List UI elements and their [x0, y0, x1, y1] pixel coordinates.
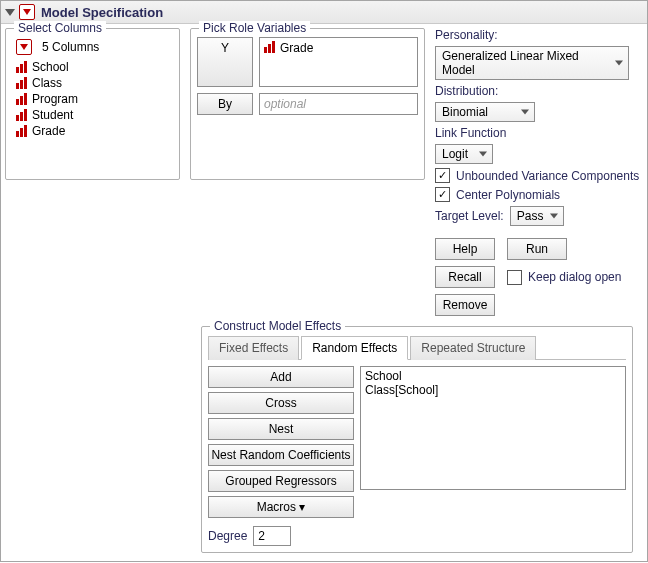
- cross-button[interactable]: Cross: [208, 392, 354, 414]
- y-button[interactable]: Y: [197, 37, 253, 87]
- nominal-icon: [16, 125, 28, 137]
- distribution-label: Distribution:: [435, 84, 643, 98]
- center-checkbox[interactable]: ✓: [435, 187, 450, 202]
- construct-tabs: Fixed Effects Random Effects Repeated St…: [208, 335, 626, 360]
- target-level-row: Target Level: Pass: [435, 206, 643, 226]
- svg-rect-11: [16, 115, 19, 121]
- svg-rect-9: [20, 96, 23, 105]
- unbounded-label: Unbounded Variance Components: [456, 169, 639, 183]
- run-button[interactable]: Run: [507, 238, 567, 260]
- grouped-regressors-button[interactable]: Grouped Regressors: [208, 470, 354, 492]
- unbounded-row: ✓ Unbounded Variance Components: [435, 168, 643, 183]
- dialog-title: Model Specification: [41, 5, 163, 20]
- link-value: Logit: [442, 147, 468, 161]
- target-level-select[interactable]: Pass: [510, 206, 564, 226]
- nest-random-coefficients-button[interactable]: Nest Random Coefficients: [208, 444, 354, 466]
- construct-group: Construct Model Effects Fixed Effects Ra…: [201, 326, 633, 553]
- macros-button[interactable]: Macros ▾: [208, 496, 354, 518]
- svg-rect-4: [24, 61, 27, 73]
- effects-list[interactable]: School Class[School]: [360, 366, 626, 490]
- personality-select[interactable]: Generalized Linear Mixed Model: [435, 46, 629, 80]
- disclosure-icon[interactable]: [5, 9, 15, 16]
- svg-marker-1: [20, 44, 28, 50]
- tab-fixed-effects[interactable]: Fixed Effects: [208, 336, 299, 360]
- select-columns-group: Select Columns 5 Columns School Class: [5, 28, 180, 180]
- by-placeholder: optional: [264, 97, 306, 111]
- recall-button[interactable]: Recall: [435, 266, 495, 288]
- column-label: School: [32, 60, 69, 74]
- link-select[interactable]: Logit: [435, 144, 493, 164]
- column-label: Program: [32, 92, 78, 106]
- column-item[interactable]: Grade: [16, 123, 169, 139]
- pick-role-group: Pick Role Variables Y Grade By optional: [190, 28, 425, 180]
- svg-rect-19: [272, 41, 275, 53]
- target-level-label: Target Level:: [435, 209, 504, 223]
- by-box[interactable]: optional: [259, 93, 418, 115]
- options-column: Personality: Generalized Linear Mixed Mo…: [435, 28, 643, 316]
- svg-rect-14: [16, 131, 19, 137]
- personality-label: Personality:: [435, 28, 643, 42]
- distribution-value: Binomial: [442, 105, 488, 119]
- nominal-icon: [16, 61, 28, 73]
- center-row: ✓ Center Polynomials: [435, 187, 643, 202]
- y-box[interactable]: Grade: [259, 37, 418, 87]
- svg-rect-17: [264, 47, 267, 53]
- target-level-value: Pass: [517, 209, 544, 223]
- svg-rect-10: [24, 93, 27, 105]
- svg-rect-12: [20, 112, 23, 121]
- personality-value: Generalized Linear Mixed Model: [442, 49, 579, 77]
- unbounded-checkbox[interactable]: ✓: [435, 168, 450, 183]
- distribution-select[interactable]: Binomial: [435, 102, 535, 122]
- keep-open-checkbox[interactable]: [507, 270, 522, 285]
- help-button[interactable]: Help: [435, 238, 495, 260]
- svg-rect-2: [16, 67, 19, 73]
- nominal-icon: [16, 109, 28, 121]
- by-button[interactable]: By: [197, 93, 253, 115]
- degree-input[interactable]: 2: [253, 526, 291, 546]
- effect-item[interactable]: School: [365, 369, 621, 383]
- tab-repeated-structure[interactable]: Repeated Structure: [410, 336, 536, 360]
- nominal-icon: [264, 41, 276, 53]
- select-columns-legend: Select Columns: [14, 21, 106, 35]
- columns-list[interactable]: School Class Program Student Grade: [16, 59, 169, 139]
- y-item-label: Grade: [280, 41, 313, 55]
- svg-rect-3: [20, 64, 23, 73]
- column-label: Student: [32, 108, 73, 122]
- svg-rect-18: [268, 44, 271, 53]
- columns-menu-icon[interactable]: [16, 39, 32, 55]
- columns-count: 5 Columns: [42, 40, 99, 54]
- column-label: Grade: [32, 124, 65, 138]
- column-item[interactable]: Class: [16, 75, 169, 91]
- keep-open-label: Keep dialog open: [528, 270, 621, 284]
- column-item[interactable]: Program: [16, 91, 169, 107]
- link-label: Link Function: [435, 126, 643, 140]
- remove-button[interactable]: Remove: [435, 294, 495, 316]
- svg-rect-15: [20, 128, 23, 137]
- effect-item[interactable]: Class[School]: [365, 383, 621, 397]
- column-item[interactable]: Student: [16, 107, 169, 123]
- svg-rect-8: [16, 99, 19, 105]
- tab-random-effects[interactable]: Random Effects: [301, 336, 408, 360]
- nominal-icon: [16, 77, 28, 89]
- nest-button[interactable]: Nest: [208, 418, 354, 440]
- svg-rect-6: [20, 80, 23, 89]
- column-item[interactable]: School: [16, 59, 169, 75]
- add-button[interactable]: Add: [208, 366, 354, 388]
- degree-label: Degree: [208, 529, 247, 543]
- nominal-icon: [16, 93, 28, 105]
- svg-marker-0: [23, 9, 31, 15]
- svg-rect-13: [24, 109, 27, 121]
- svg-rect-5: [16, 83, 19, 89]
- column-label: Class: [32, 76, 62, 90]
- svg-rect-16: [24, 125, 27, 137]
- pick-role-legend: Pick Role Variables: [199, 21, 310, 35]
- svg-rect-7: [24, 77, 27, 89]
- red-triangle-menu-icon[interactable]: [19, 4, 35, 20]
- center-label: Center Polynomials: [456, 188, 560, 202]
- construct-legend: Construct Model Effects: [210, 319, 345, 333]
